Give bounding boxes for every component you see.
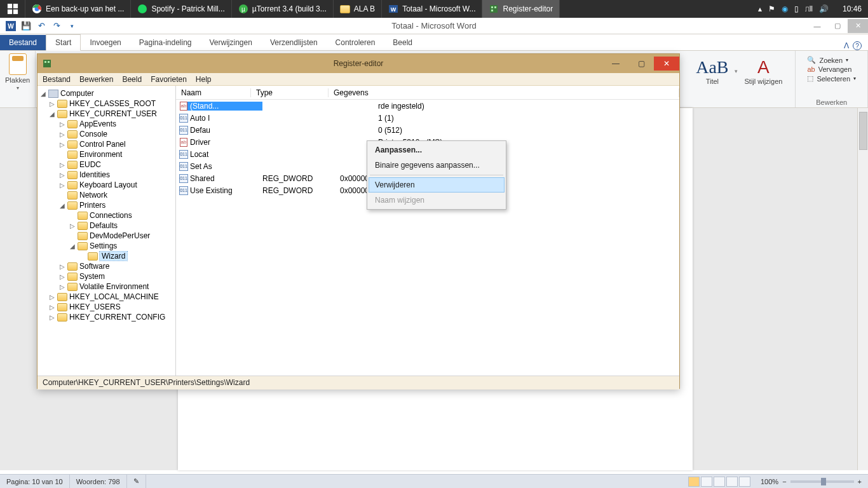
start-button[interactable] [0, 0, 25, 18]
tree-node[interactable]: Environment [37, 149, 175, 159]
zoom-slider[interactable] [790, 480, 854, 483]
menu-beeld[interactable]: Beeld [122, 75, 142, 84]
ctx-aanpassen[interactable]: Aanpassen... [369, 142, 505, 158]
col-data[interactable]: Gegevens [329, 88, 679, 97]
taskbar-item-spotify[interactable]: Spotify - Patrick Mill... [131, 0, 231, 18]
tab-verwijzingen[interactable]: Verwijzingen [201, 35, 261, 50]
tree-node-hklm[interactable]: ▷HKEY_LOCAL_MACHINE [37, 292, 175, 302]
taskbar-item-chrome[interactable]: Een back-up van het ... [25, 0, 131, 18]
ctx-naam-wijzigen: Naam wijzigen [369, 193, 505, 208]
tray-signal-icon[interactable]: ⎍ll [805, 4, 813, 13]
taskbar-item-folder[interactable]: ALA B [334, 0, 382, 18]
registry-row[interactable]: 011Auto I1 (1) [176, 112, 679, 124]
col-name[interactable]: Naam [176, 88, 251, 97]
menu-favorieten[interactable]: Favorieten [151, 75, 187, 84]
find-button[interactable]: 🔍Zoeken ▾ [807, 56, 856, 64]
word-app-icon[interactable]: W [5, 20, 17, 32]
view-fullscreen[interactable] [701, 477, 712, 487]
ribbon-minimize-icon[interactable]: ᐱ [844, 41, 849, 50]
ctx-binaire[interactable]: Binaire gegevens aanpassen... [369, 158, 505, 173]
tray-volume-icon[interactable]: 🔊 [819, 4, 829, 13]
view-print-layout[interactable] [688, 477, 700, 487]
view-web[interactable] [714, 477, 725, 487]
context-menu: Aanpassen... Binaire gegevens aanpassen.… [367, 140, 506, 210]
tray-network-icon[interactable]: ◉ [782, 4, 788, 13]
zoom-out-button[interactable]: − [782, 478, 786, 485]
ctx-verwijderen[interactable]: Verwijderen [369, 177, 505, 193]
tree-node[interactable]: ▷EUDC [37, 159, 175, 170]
tab-file[interactable]: Bestand [0, 35, 46, 50]
tree-node-wizard[interactable]: Wizard [37, 251, 175, 261]
view-outline[interactable] [726, 477, 738, 487]
scrollbar-thumb[interactable] [859, 112, 867, 150]
registry-row[interactable]: 011Defau0 (512) [176, 124, 679, 136]
taskbar-clock[interactable]: 10:46 [836, 0, 868, 18]
qat-customize-icon[interactable]: ▾ [66, 20, 78, 32]
tree-node[interactable]: ▷Identities [37, 170, 175, 180]
tree-node[interactable]: ▷Console [37, 129, 175, 139]
tree-node[interactable]: ▷Software [37, 261, 175, 271]
folder-icon [78, 222, 88, 230]
tree-node[interactable]: ▷Keyboard Layout [37, 180, 175, 190]
status-words[interactable]: Woorden: 798 [70, 475, 127, 488]
tree-node[interactable]: ▷AppEvents [37, 119, 175, 129]
maximize-button[interactable]: ▢ [827, 19, 848, 33]
tab-beeld[interactable]: Beeld [384, 35, 421, 50]
registry-row[interactable]: ab(Stand...rde ingesteld) [176, 100, 679, 112]
tab-invoegen[interactable]: Invoegen [81, 35, 130, 50]
status-page[interactable]: Pagina: 10 van 10 [0, 475, 70, 488]
tray-flag-icon[interactable]: ⚑ [768, 4, 775, 13]
change-styles-icon[interactable]: A [744, 57, 782, 78]
tree-node-hku[interactable]: ▷HKEY_USERS [37, 302, 175, 312]
tab-pagina-indeling[interactable]: Pagina-indeling [130, 35, 201, 50]
tree-node-hkcr[interactable]: ▷HKEY_CLASSES_ROOT [37, 98, 175, 109]
zoom-in-button[interactable]: + [858, 478, 862, 485]
tree-node-printers[interactable]: ◢Printers [37, 200, 175, 210]
undo-icon[interactable]: ↶ [36, 20, 47, 32]
select-button[interactable]: ⬚Selecteren ▾ [807, 74, 856, 83]
tree-node[interactable]: ▷Control Panel [37, 139, 175, 149]
menu-help[interactable]: Help [196, 75, 212, 84]
replace-button[interactable]: abVervangen [807, 65, 856, 73]
tree-node-settings[interactable]: ◢Settings [37, 241, 175, 251]
help-icon[interactable]: ? [853, 41, 862, 50]
minimize-button[interactable]: — [807, 19, 827, 33]
status-proofing-icon[interactable]: ✎ [127, 475, 146, 488]
svg-rect-2 [7, 10, 11, 14]
vertical-scrollbar[interactable] [857, 108, 868, 470]
tree-node-computer[interactable]: ◢Computer [37, 88, 175, 98]
tray-battery-icon[interactable]: ▯ [794, 4, 799, 13]
taskbar-item-word[interactable]: W Totaal - Microsoft W... [382, 0, 482, 18]
tab-controleren[interactable]: Controleren [327, 35, 384, 50]
save-icon[interactable]: 💾 [20, 20, 32, 32]
tree-node[interactable]: DevModePerUser [37, 231, 175, 241]
tree-node-hkcu[interactable]: ◢HKEY_CURRENT_USER [37, 109, 175, 119]
regedit-titlebar[interactable]: Register-editor — ▢ ✕ [37, 54, 679, 73]
regedit-minimize-button[interactable]: — [603, 57, 628, 71]
taskbar-item-utorrent[interactable]: µ µTorrent 3.4 (build 3... [232, 0, 334, 18]
tree-node[interactable]: Connections [37, 210, 175, 220]
taskbar-item-regedit[interactable]: Register-editor [482, 0, 560, 18]
tree-node[interactable]: Network [37, 190, 175, 200]
zoom-slider-thumb[interactable] [821, 478, 826, 485]
col-type[interactable]: Type [251, 88, 329, 97]
tab-start[interactable]: Start [46, 34, 81, 51]
system-tray[interactable]: ▴ ⚑ ◉ ▯ ⎍ll 🔊 [750, 0, 836, 18]
menu-bestand[interactable]: Bestand [43, 75, 71, 84]
tree-node[interactable]: ▷Defaults [37, 220, 175, 231]
tree-node-hkcc[interactable]: ▷HKEY_CURRENT_CONFIG [37, 312, 175, 322]
regedit-tree[interactable]: ◢Computer ▷HKEY_CLASSES_ROOT ◢HKEY_CURRE… [37, 86, 176, 376]
style-preview-icon[interactable]: AaB [696, 57, 728, 78]
paste-button[interactable]: Plakken ▾ [5, 53, 30, 91]
tray-chevron-icon[interactable]: ▴ [758, 4, 762, 13]
menu-bewerken[interactable]: Bewerken [79, 75, 113, 84]
tree-node[interactable]: ▷System [37, 271, 175, 281]
view-draft[interactable] [739, 477, 750, 487]
regedit-maximize-button[interactable]: ▢ [628, 57, 654, 71]
tab-verzendlijsten[interactable]: Verzendlijsten [261, 35, 327, 50]
close-button[interactable]: ✕ [848, 19, 868, 33]
tree-node[interactable]: ▷Volatile Environment [37, 281, 175, 292]
regedit-close-button[interactable]: ✕ [654, 57, 679, 71]
zoom-value[interactable]: 100% [761, 478, 778, 485]
redo-icon[interactable]: ↷ [51, 20, 62, 32]
